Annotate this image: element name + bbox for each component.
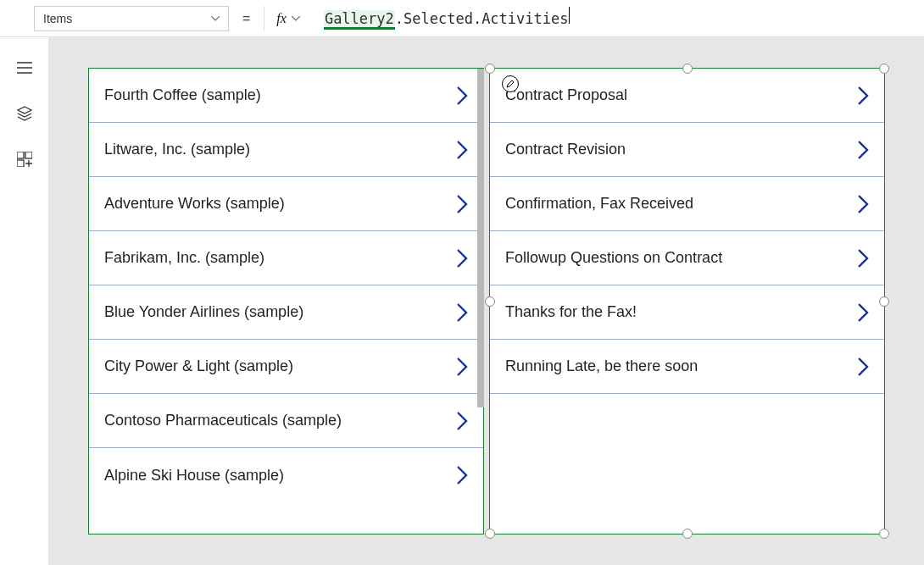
chevron-right-icon: [456, 86, 468, 106]
list-item[interactable]: Blue Yonder Airlines (sample): [89, 285, 483, 340]
chevron-right-icon: [456, 302, 468, 323]
formula-token-highlighted: Gallery2: [324, 10, 395, 30]
activities-gallery[interactable]: Contract ProposalContract RevisionConfir…: [489, 68, 885, 535]
edit-pencil-icon[interactable]: [502, 75, 519, 92]
resize-handle[interactable]: [485, 529, 495, 539]
list-item-label: Blue Yonder Airlines (sample): [104, 303, 303, 321]
resize-handle[interactable]: [682, 64, 693, 74]
chevron-right-icon: [857, 86, 869, 106]
property-dropdown[interactable]: Items: [34, 6, 229, 31]
resize-handle[interactable]: [682, 529, 693, 539]
chevron-right-icon: [857, 248, 869, 269]
list-item-label: Running Late, be there soon: [505, 357, 698, 375]
fx-button[interactable]: fx: [264, 6, 300, 31]
svg-rect-0: [17, 152, 24, 158]
fx-label: fx: [276, 11, 287, 26]
chevron-right-icon: [857, 194, 869, 214]
list-item-label: Followup Questions on Contract: [505, 249, 722, 267]
list-item[interactable]: Followup Questions on Contract: [490, 231, 884, 285]
canvas[interactable]: Fourth Coffee (sample)Litware, Inc. (sam…: [49, 37, 924, 565]
list-item-label: Litware, Inc. (sample): [104, 141, 250, 158]
list-item[interactable]: Alpine Ski House (sample): [89, 448, 483, 502]
left-rail: [0, 37, 49, 565]
resize-handle[interactable]: [485, 296, 495, 307]
list-item-label: Fourth Coffee (sample): [104, 86, 261, 104]
chevron-right-icon: [456, 465, 468, 485]
chevron-right-icon: [857, 357, 869, 377]
chevron-down-icon: [292, 16, 300, 21]
property-dropdown-label: Items: [43, 12, 72, 25]
svg-rect-1: [25, 152, 32, 158]
list-item[interactable]: Confirmation, Fax Received: [490, 177, 884, 231]
list-item-label: Contoso Pharmaceuticals (sample): [104, 412, 342, 429]
layers-icon[interactable]: [16, 105, 33, 122]
list-item-label: Alpine Ski House (sample): [104, 467, 284, 485]
list-item[interactable]: Contoso Pharmaceuticals (sample): [89, 394, 483, 448]
list-item-label: Contract Proposal: [505, 86, 627, 104]
list-item-label: Confirmation, Fax Received: [505, 195, 693, 213]
resize-handle[interactable]: [879, 64, 889, 74]
insert-icon[interactable]: [16, 151, 33, 168]
text-cursor: [569, 7, 570, 24]
chevron-right-icon: [456, 248, 468, 269]
list-item-label: Thanks for the Fax!: [505, 303, 637, 321]
list-item[interactable]: Contract Proposal: [490, 69, 884, 123]
chevron-right-icon: [857, 140, 869, 160]
chevron-right-icon: [456, 194, 468, 214]
main-area: Fourth Coffee (sample)Litware, Inc. (sam…: [0, 37, 924, 565]
formula-token-plain: .Selected.Activities: [395, 10, 569, 27]
list-item[interactable]: Running Late, be there soon: [490, 340, 884, 394]
hamburger-icon[interactable]: [16, 59, 33, 76]
list-item[interactable]: City Power & Light (sample): [89, 340, 483, 394]
list-item[interactable]: Adventure Works (sample): [89, 177, 483, 231]
chevron-right-icon: [456, 140, 468, 160]
chevron-right-icon: [857, 302, 869, 323]
list-item[interactable]: Contract Revision: [490, 123, 884, 177]
chevron-down-icon: [211, 16, 220, 21]
list-item-label: Contract Revision: [505, 141, 626, 158]
list-item[interactable]: Fourth Coffee (sample): [89, 69, 483, 123]
gallery-empty-area: [490, 394, 884, 534]
list-item-label: Adventure Works (sample): [104, 195, 285, 213]
formula-bar: Items = fx Gallery2.Selected.Activities: [0, 0, 924, 37]
equals-sign: =: [239, 11, 253, 26]
accounts-gallery[interactable]: Fourth Coffee (sample)Litware, Inc. (sam…: [88, 68, 484, 535]
chevron-right-icon: [456, 357, 468, 377]
resize-handle[interactable]: [879, 296, 889, 307]
list-item-label: Fabrikam, Inc. (sample): [104, 249, 264, 267]
formula-input[interactable]: Gallery2.Selected.Activities: [310, 7, 571, 30]
scrollbar[interactable]: [477, 69, 484, 407]
resize-handle[interactable]: [485, 64, 495, 74]
chevron-right-icon: [456, 411, 468, 431]
svg-rect-2: [17, 160, 24, 167]
list-item-label: City Power & Light (sample): [104, 357, 293, 375]
list-item[interactable]: Litware, Inc. (sample): [89, 123, 483, 177]
list-item[interactable]: Fabrikam, Inc. (sample): [89, 231, 483, 285]
list-item[interactable]: Thanks for the Fax!: [490, 285, 884, 340]
resize-handle[interactable]: [879, 529, 889, 539]
